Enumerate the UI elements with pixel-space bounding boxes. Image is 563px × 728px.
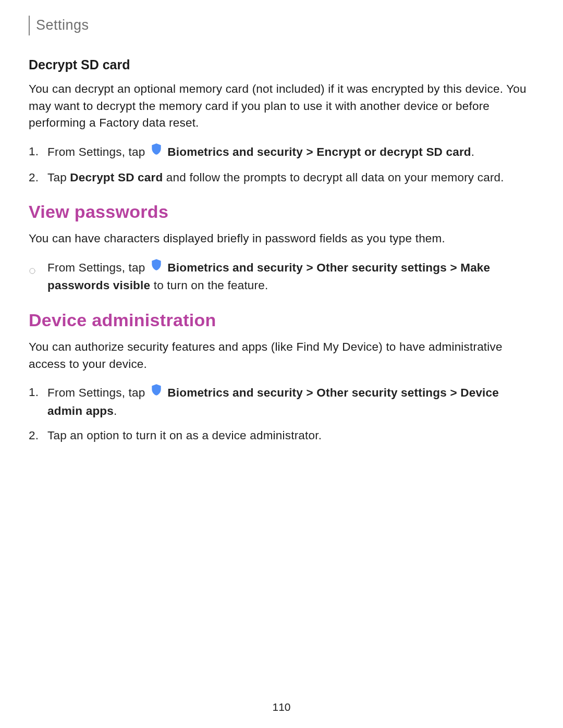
shield-icon: [150, 383, 163, 402]
nav-path-bold: Biometrics and security: [167, 261, 303, 274]
devadmin-step-1: From Settings, tap Biometrics and securi…: [47, 384, 534, 419]
header-title: Settings: [36, 16, 89, 35]
step-text: From Settings, tap: [47, 145, 149, 158]
nav-path-bold: Other security settings: [316, 386, 447, 399]
step-text: Tap an option to turn it on as a device …: [47, 429, 322, 442]
step-text: .: [471, 145, 474, 158]
nav-separator: >: [303, 145, 316, 158]
nav-separator: >: [303, 261, 316, 274]
step-text: .: [114, 404, 117, 417]
viewpw-body: You can have characters displayed briefl…: [29, 230, 534, 248]
circle-bullet-icon: [29, 263, 36, 280]
decrypt-body: You can decrypt an optional memory card …: [29, 81, 534, 132]
nav-path-bold: Encrypt or decrypt SD card: [316, 145, 471, 158]
viewpw-bullet-1: From Settings, tap Biometrics and securi…: [47, 259, 534, 294]
nav-path-bold: Biometrics and security: [167, 386, 303, 399]
nav-separator: >: [447, 261, 460, 274]
section-heading-decrypt: Decrypt SD card: [29, 57, 534, 72]
section-heading-device-admin: Device administration: [29, 310, 534, 330]
viewpw-bullets: From Settings, tap Biometrics and securi…: [47, 259, 534, 294]
svg-point-0: [30, 268, 35, 274]
shield-icon: [150, 142, 163, 161]
section-heading-view-passwords: View passwords: [29, 202, 534, 222]
step-text: From Settings, tap: [47, 261, 149, 274]
devadmin-steps: From Settings, tap Biometrics and securi…: [47, 384, 534, 444]
devadmin-step-2: Tap an option to turn it on as a device …: [47, 427, 534, 445]
header-divider: [29, 16, 30, 35]
page-number: 110: [0, 701, 563, 713]
decrypt-step-2: Tap Decrypt SD card and follow the promp…: [47, 169, 534, 187]
step-text: and follow the prompts to decrypt all da…: [163, 171, 504, 184]
decrypt-step-1: From Settings, tap Biometrics and securi…: [47, 143, 534, 162]
page-header: Settings: [29, 16, 534, 35]
nav-path-bold: Other security settings: [316, 261, 447, 274]
decrypt-steps: From Settings, tap Biometrics and securi…: [47, 143, 534, 186]
nav-separator: >: [447, 386, 460, 399]
step-text: to turn on the feature.: [150, 279, 268, 292]
devadmin-body: You can authorize security features and …: [29, 339, 534, 373]
step-text: From Settings, tap: [47, 386, 149, 399]
nav-path-bold: Biometrics and security: [167, 145, 303, 158]
shield-icon: [150, 258, 163, 277]
step-text-bold: Decrypt SD card: [70, 171, 163, 184]
step-text: Tap: [47, 171, 70, 184]
nav-separator: >: [303, 386, 316, 399]
